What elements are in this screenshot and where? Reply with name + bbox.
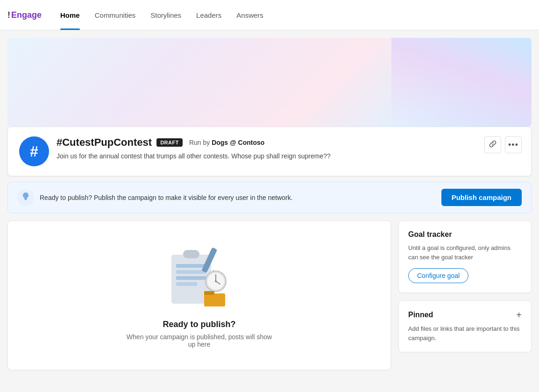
- brand-logo: !Engage: [7, 10, 42, 20]
- lightbulb-icon: [21, 192, 30, 203]
- publish-banner: Ready to publish? Publish the campaign t…: [7, 182, 532, 213]
- draft-badge: DRAFT: [156, 138, 183, 147]
- campaign-actions: •••: [484, 136, 522, 153]
- hero-banner: [7, 38, 532, 127]
- campaign-avatar: #: [19, 136, 49, 166]
- lower-section: Ready to publish? When your campaign is …: [7, 221, 532, 370]
- nav-item-home[interactable]: Home: [53, 0, 87, 30]
- empty-state-subtitle: When your campaign is published, posts w…: [125, 333, 274, 348]
- svg-point-14: [215, 280, 217, 282]
- svg-rect-4: [176, 264, 206, 268]
- brand-name: Engage: [11, 10, 42, 20]
- main-panel: Ready to publish? When your campaign is …: [7, 221, 391, 370]
- publish-banner-icon: [17, 189, 34, 206]
- clipboard-svg: [162, 243, 237, 308]
- svg-rect-0: [25, 199, 27, 200]
- pinned-header: Pinned +: [408, 310, 522, 320]
- svg-rect-5: [176, 270, 206, 274]
- configure-goal-button[interactable]: Configure goal: [408, 268, 468, 283]
- goal-tracker-description: Until a goal is configured, only admins …: [408, 243, 522, 262]
- nav-item-storylines[interactable]: Storylines: [143, 0, 189, 30]
- pinned-description: Add files or links that are important to…: [408, 324, 522, 342]
- pinned-card: Pinned + Add files or links that are imp…: [398, 300, 532, 352]
- publish-campaign-button[interactable]: Publish campaign: [441, 189, 522, 206]
- nav-item-communities[interactable]: Communities: [87, 0, 143, 30]
- campaign-card: # #CutestPupContest DRAFT Run by Dogs @ …: [7, 127, 532, 176]
- navigation-bar: !Engage Home Communities Storylines Lead…: [0, 0, 539, 30]
- svg-rect-7: [176, 282, 197, 286]
- campaign-info: #CutestPupContest DRAFT Run by Dogs @ Co…: [57, 136, 520, 161]
- sidebar: Goal tracker Until a goal is configured,…: [398, 221, 532, 370]
- link-button[interactable]: [484, 136, 501, 153]
- campaign-title-row: #CutestPupContest DRAFT Run by Dogs @ Co…: [57, 136, 520, 149]
- main-content: # #CutestPupContest DRAFT Run by Dogs @ …: [0, 30, 539, 378]
- svg-rect-1: [25, 200, 27, 200]
- publish-banner-text: Ready to publish? Publish the campaign t…: [40, 194, 436, 201]
- nav-items: Home Communities Storylines Leaders Answ…: [53, 0, 271, 30]
- svg-rect-15: [204, 293, 225, 306]
- pinned-title: Pinned: [408, 311, 433, 319]
- campaign-title: #CutestPupContest: [57, 136, 152, 149]
- svg-rect-6: [176, 276, 206, 280]
- goal-tracker-header: Goal tracker: [408, 230, 522, 239]
- svg-rect-3: [183, 250, 199, 258]
- add-pinned-icon[interactable]: +: [516, 310, 522, 320]
- more-options-button[interactable]: •••: [505, 136, 522, 153]
- link-icon: [489, 140, 496, 150]
- brand-prefix: !: [7, 10, 10, 20]
- goal-tracker-card: Goal tracker Until a goal is configured,…: [398, 221, 532, 293]
- goal-tracker-title: Goal tracker: [408, 230, 452, 239]
- nav-item-leaders[interactable]: Leaders: [189, 0, 229, 30]
- nav-item-answers[interactable]: Answers: [229, 0, 271, 30]
- svg-rect-16: [204, 291, 214, 295]
- campaign-description: Join us for the annual contest that trum…: [57, 151, 520, 161]
- empty-illustration: [162, 243, 237, 308]
- empty-state-title: Ready to publish?: [163, 320, 235, 329]
- more-icon: •••: [508, 140, 518, 150]
- run-by-label: Run by Dogs @ Contoso: [189, 139, 264, 146]
